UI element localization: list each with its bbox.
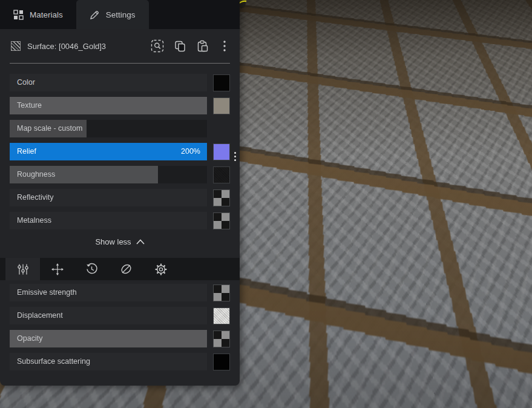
chevron-up-icon (136, 239, 145, 245)
opacity-swatch[interactable] (213, 331, 230, 347)
tool-tab-gear[interactable] (143, 258, 178, 280)
tool-tab-history[interactable] (74, 258, 109, 280)
displacement-swatch[interactable] (213, 308, 230, 324)
slider-label: Color (17, 74, 35, 91)
gear-icon (154, 263, 168, 276)
subsurface-swatch[interactable] (213, 354, 230, 370)
move-arrows-icon (51, 263, 64, 276)
slider-label: Displacement (17, 307, 63, 324)
copy-icon (174, 40, 186, 53)
pencil-icon (90, 10, 100, 20)
metalness-swatch[interactable] (213, 212, 230, 229)
roughness-swatch[interactable] (213, 166, 230, 183)
tab-materials[interactable]: Materials (0, 0, 76, 29)
more-options-button[interactable] (218, 39, 231, 53)
emissive-swatch[interactable] (213, 285, 230, 301)
history-clock-icon (85, 263, 98, 275)
slider-opacity[interactable]: Opacity (10, 330, 207, 347)
slider-label: Map scale - custom (17, 120, 82, 137)
slider-displacement[interactable]: Displacement (10, 307, 207, 324)
slider-label: Relief (17, 143, 36, 160)
relief-options-button[interactable] (231, 150, 238, 163)
slider-color[interactable]: Color (10, 74, 207, 91)
relief-swatch[interactable] (213, 143, 230, 160)
slider-metalness[interactable]: Metalness (10, 212, 207, 229)
show-less-button[interactable]: Show less (0, 235, 240, 248)
grid-icon (13, 10, 24, 20)
slider-label: Subsurface scattering (17, 353, 90, 370)
copy-button[interactable] (173, 39, 186, 53)
sliders-icon (17, 263, 29, 275)
find-material-icon (151, 39, 164, 53)
slider-label: Metalness (17, 212, 51, 229)
extra-property-list: Emissive strength Displacement Opacity (0, 280, 240, 370)
paste-icon (196, 40, 209, 53)
slider-reflectivity[interactable]: Reflectivity (10, 189, 207, 206)
slider-subsurface-scattering[interactable]: Subsurface scattering (10, 353, 207, 370)
kebab-menu-icon (223, 40, 226, 52)
slider-roughness[interactable]: Roughness (10, 166, 207, 183)
slider-label: Reflectivity (17, 189, 53, 206)
tool-tab-sliders[interactable] (5, 258, 40, 280)
paste-button[interactable] (195, 39, 209, 53)
reflectivity-swatch[interactable] (213, 189, 230, 206)
show-less-label: Show less (95, 237, 131, 246)
material-settings-panel: Materials Settings Surface: [0046_Gold]3 (0, 0, 240, 386)
tab-materials-label: Materials (30, 10, 63, 19)
surface-header: Surface: [0046_Gold]3 (0, 29, 240, 63)
color-swatch[interactable] (213, 74, 230, 91)
leaf-icon (120, 263, 133, 275)
find-material-button[interactable] (151, 39, 164, 53)
tab-settings-label: Settings (106, 10, 136, 19)
surface-title: Surface: [0046_Gold]3 (27, 42, 151, 51)
slider-value: 200% (181, 143, 200, 160)
panel-tabbar: Materials Settings (0, 0, 240, 29)
slider-label: Opacity (17, 330, 42, 347)
app-window: Materials Settings Surface: [0046_Gold]3 (0, 0, 532, 408)
property-list: Color Texture Map scale - custom (0, 64, 240, 229)
slider-label: Emissive strength (17, 284, 77, 301)
slider-texture[interactable]: Texture (10, 97, 207, 114)
slider-relief[interactable]: Relief 200% (10, 143, 207, 160)
settings-toolbar (0, 258, 240, 280)
tool-tab-leaf[interactable] (109, 258, 143, 280)
slider-emissive-strength[interactable]: Emissive strength (10, 284, 207, 301)
slider-map-scale[interactable]: Map scale - custom (10, 120, 207, 137)
slider-label: Roughness (17, 166, 55, 183)
surface-preview-swatch (11, 41, 21, 51)
tool-tab-move[interactable] (40, 258, 74, 280)
slider-label: Texture (17, 97, 42, 114)
tab-settings[interactable]: Settings (76, 0, 149, 29)
texture-swatch[interactable] (213, 97, 230, 114)
